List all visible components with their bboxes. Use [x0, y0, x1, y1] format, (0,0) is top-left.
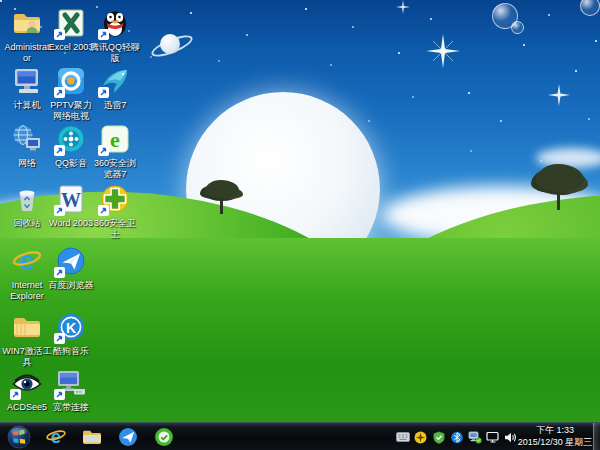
desktop-icon-tencent-qq[interactable]: 腾讯QQ轻聊版: [90, 6, 140, 63]
tree-silhouette: [533, 164, 587, 212]
tree-canopy: [205, 180, 239, 198]
ringed-planet: [156, 30, 184, 58]
shortcut-arrow-icon: [54, 87, 65, 98]
recycle-bin-icon: [10, 182, 44, 216]
taskbar-explorer-button[interactable]: [74, 424, 110, 450]
sparkle-star-icon: [396, 0, 410, 14]
yellow-app-icon[interactable]: [413, 430, 428, 445]
desktop-icon-word-2003[interactable]: W Word 2003: [46, 182, 96, 229]
taskbar-ie-button[interactable]: e: [38, 424, 74, 450]
tree-canopy: [536, 164, 584, 192]
desktop-icon-label: 百度浏览器: [46, 280, 96, 291]
taskbar-clock[interactable]: 下午 1:33 2015/12/30 星期三: [517, 425, 593, 448]
desktop-icon-label: 迅雷7: [90, 100, 140, 111]
desktop-icon-label: 网络: [2, 158, 52, 169]
svg-text:e: e: [51, 426, 61, 447]
green-circle-icon: [153, 426, 175, 448]
desktop-icon-computer[interactable]: 计算机: [2, 64, 52, 111]
desktop-icon-recycle-bin[interactable]: 回收站: [2, 182, 52, 229]
desktop-icon-label: 360安全浏览器7: [90, 158, 140, 179]
desktop-icon-label: QQ影音: [46, 158, 96, 169]
word-icon: W: [54, 182, 88, 216]
qq-penguin-icon: [98, 6, 132, 40]
desktop-icon-label: 回收站: [2, 218, 52, 229]
desktop-icon-label: 计算机: [2, 100, 52, 111]
green-e-browser-icon: e: [98, 122, 132, 156]
star-field: [0, 0, 2, 2]
desktop-icon-360-safeguard[interactable]: 360安全卫士: [90, 182, 140, 239]
network-globe-icon: [10, 122, 44, 156]
planet-body: [160, 34, 180, 54]
internet-explorer-icon: e: [10, 244, 44, 278]
keyboard-input-icon[interactable]: [395, 430, 410, 445]
desktop-icon-label: Word 2003: [46, 218, 96, 229]
desktop-icon-label: Administrator: [2, 42, 52, 63]
internet-explorer-icon: e: [45, 426, 67, 448]
desktop-icon-pptv[interactable]: PPTV聚力 网络电视: [46, 64, 96, 121]
volume-icon[interactable]: [503, 430, 518, 445]
desktop-icon-label: PPTV聚力 网络电视: [46, 100, 96, 121]
paper-plane-icon: [117, 426, 139, 448]
taskbar-360-button[interactable]: [146, 424, 182, 450]
desktop-icon-xunlei[interactable]: 迅雷7: [90, 64, 140, 111]
shortcut-arrow-icon: [54, 267, 65, 278]
shortcut-arrow-icon: [54, 205, 65, 216]
desktop-icon-administrator[interactable]: Administrator: [2, 6, 52, 63]
desktop-icon-label: Internet Explorer: [2, 280, 52, 301]
desktop-icon-acdsee[interactable]: ACDSee5: [2, 366, 52, 413]
windows-orb-icon: [7, 425, 31, 449]
svg-text:e: e: [110, 127, 120, 152]
shortcut-arrow-icon: [54, 389, 65, 400]
shortcut-arrow-icon: [10, 389, 21, 400]
system-tray: [395, 423, 518, 450]
folder-icon: [10, 310, 44, 344]
shortcut-arrow-icon: [98, 29, 109, 40]
display-icon[interactable]: [485, 430, 500, 445]
shortcut-arrow-icon: [98, 87, 109, 98]
computer-icon: [10, 64, 44, 98]
clock-time: 下午 1:33: [517, 425, 593, 437]
svg-text:K: K: [66, 320, 76, 336]
pptv-icon: [54, 64, 88, 98]
desktop-icon-qq-player[interactable]: QQ影音: [46, 122, 96, 169]
film-reel-icon: [54, 122, 88, 156]
shortcut-arrow-icon: [98, 145, 109, 156]
desktop-icon-internet-explorer[interactable]: e Internet Explorer: [2, 244, 52, 301]
xunlei-bird-icon: [98, 64, 132, 98]
tree-silhouette: [203, 180, 241, 214]
desktop-icon-label: 360安全卫士: [90, 218, 140, 239]
desktop-icon-kugou[interactable]: K 酷狗音乐: [46, 310, 96, 357]
desktop-icon-broadband[interactable]: 宽带连接: [46, 366, 96, 413]
desktop-icon-label: 腾讯QQ轻聊版: [90, 42, 140, 63]
sparkle-star-icon: [548, 84, 570, 106]
network-connected-icon[interactable]: [467, 430, 482, 445]
green-shield-icon[interactable]: [431, 430, 446, 445]
bubble: [511, 21, 524, 34]
desktop-icon-label: ACDSee5: [2, 402, 52, 413]
broadband-connection-icon: [54, 366, 88, 400]
desktop-icon-baidu-browser[interactable]: 百度浏览器: [46, 244, 96, 291]
desktop-icon-excel-2003[interactable]: Excel 2003: [46, 6, 96, 53]
shortcut-arrow-icon: [54, 29, 65, 40]
kugou-k-icon: K: [54, 310, 88, 344]
eye-icon: [10, 366, 44, 400]
taskbar-baidu-button[interactable]: [110, 424, 146, 450]
green-cross-icon: [98, 182, 132, 216]
shortcut-arrow-icon: [98, 205, 109, 216]
show-desktop-button[interactable]: [593, 423, 600, 450]
clock-date: 2015/12/30 星期三: [517, 437, 593, 449]
bluetooth-icon[interactable]: [449, 430, 464, 445]
desktop-icon-label: 酷狗音乐: [46, 346, 96, 357]
taskbar: e 下午 1:33 2015/12/30 星期三: [0, 422, 600, 450]
desktop-icon-360-browser[interactable]: e 360安全浏览器7: [90, 122, 140, 179]
shortcut-arrow-icon: [54, 333, 65, 344]
desktop-icon-label: Excel 2003: [46, 42, 96, 53]
desktop-icon-label: 宽带连接: [46, 402, 96, 413]
start-button[interactable]: [5, 424, 33, 450]
folder-icon: [81, 426, 103, 448]
desktop-icon-win7-activation[interactable]: WIN7激活工具: [2, 310, 52, 367]
shortcut-arrow-icon: [54, 145, 65, 156]
desktop-icon-network[interactable]: 网络: [2, 122, 52, 169]
desktop-icon-label: WIN7激活工具: [2, 346, 52, 367]
paper-plane-icon: [54, 244, 88, 278]
